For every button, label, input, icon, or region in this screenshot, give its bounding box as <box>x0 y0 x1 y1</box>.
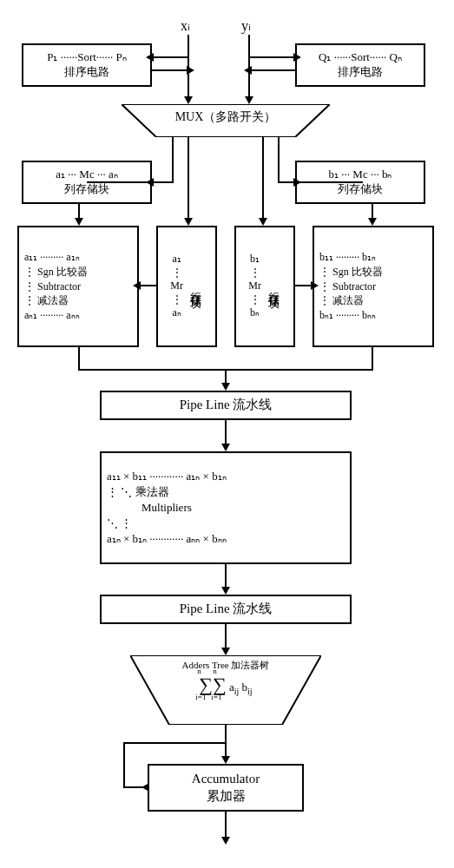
pipeline-1: Pipe Line 流水线 <box>100 391 352 420</box>
row-store-left-items: a₁ ⋮ Mr ⋮ aₙ <box>170 253 183 320</box>
accumulator: Accumulator 累加器 <box>148 764 304 812</box>
mult-bot: a₁ₙ × b₁ₙ ············ aₙₙ × bₙₙ <box>107 531 227 547</box>
sort-left-line1: P₁ ······Sort······ Pₙ <box>47 50 127 65</box>
row-store-left: a₁ ⋮ Mr ⋮ aₙ 行存储块 <box>156 226 217 347</box>
comp-left-b2: ⋮ Subtractor <box>24 279 81 294</box>
sort-right-line1: Q₁ ······Sort······ Qₙ <box>319 50 402 65</box>
col-store-right-line2: 列存储块 <box>338 182 383 197</box>
accumulator-cn: 累加器 <box>207 788 246 806</box>
adders-tree: Adders Tree 加法器树 n n ∑∑ aij bij i=1 i=1 <box>130 655 321 725</box>
mux-label: MUX（多路开关） <box>122 104 330 125</box>
comp-right-b3: ⋮ 减法器 <box>319 293 364 308</box>
mult-mid2: Multipliers <box>107 500 192 516</box>
row-store-right-label: 行存储块 <box>266 283 281 290</box>
comp-right-top: b₁₁ ········· b₁ₙ <box>319 250 376 265</box>
comp-left-top: a₁₁ ········· a₁ₙ <box>24 250 80 265</box>
input-x-label: xᵢ <box>181 17 190 34</box>
pipeline-1-label: Pipe Line 流水线 <box>180 397 273 414</box>
sort-circuit-left: P₁ ······Sort······ Pₙ 排序电路 <box>22 43 152 87</box>
mult-mid1: ⋮ ⋱ 乘法器 <box>107 484 169 500</box>
adders-tree-title: Adders Tree 加法器树 <box>130 659 321 672</box>
sort-circuit-right: Q₁ ······Sort······ Qₙ 排序电路 <box>295 43 425 87</box>
col-store-left-line2: 列存储块 <box>64 182 109 197</box>
mult-mid3: ⋱ ⋮ <box>107 516 132 531</box>
multipliers-block: a₁₁ × b₁₁ ············ a₁ₙ × b₁ₙ ⋮ ⋱ 乘法器… <box>100 451 352 564</box>
comp-left-b1: ⋮ Sgn 比较器 <box>24 265 88 279</box>
accumulator-en: Accumulator <box>192 771 260 788</box>
sort-left-line2: 排序电路 <box>64 65 109 80</box>
col-store-left-line1: a₁ ··· Mc ··· aₙ <box>56 168 117 182</box>
mult-top: a₁₁ × b₁₁ ············ a₁ₙ × b₁ₙ <box>107 469 227 484</box>
mux-block: MUX（多路开关） <box>122 104 330 137</box>
block-diagram: xᵢ yᵢ P₁ ······Sort······ Pₙ 排序电路 Q₁ ···… <box>17 17 437 851</box>
row-store-right-items: b₁ ⋮ Mr ⋮ bₙ <box>248 253 261 320</box>
sort-right-line2: 排序电路 <box>338 65 383 80</box>
comp-right-b2: ⋮ Subtractor <box>319 279 376 294</box>
row-store-right: b₁ ⋮ Mr ⋮ bₙ 行存储块 <box>234 226 295 347</box>
col-store-right-line1: b₁ ··· Mc ··· bₙ <box>329 168 392 182</box>
comp-left-bot: aₙ₁ ········· aₙₙ <box>24 308 80 323</box>
comparator-right: b₁₁ ········· b₁ₙ ⋮ Sgn 比较器 ⋮ Subtractor… <box>313 226 434 347</box>
input-y-label: yᵢ <box>241 17 251 34</box>
comp-right-b1: ⋮ Sgn 比较器 <box>319 265 383 279</box>
row-store-left-label: 行存储块 <box>188 283 203 290</box>
comparator-left: a₁₁ ········· a₁ₙ ⋮ Sgn 比较器 ⋮ Subtractor… <box>17 226 139 347</box>
comp-left-b3: ⋮ 减法器 <box>24 293 69 308</box>
pipeline-2-label: Pipe Line 流水线 <box>180 601 273 618</box>
comp-right-bot: bₙ₁ ········· bₙₙ <box>319 308 376 323</box>
pipeline-2: Pipe Line 流水线 <box>100 595 352 624</box>
